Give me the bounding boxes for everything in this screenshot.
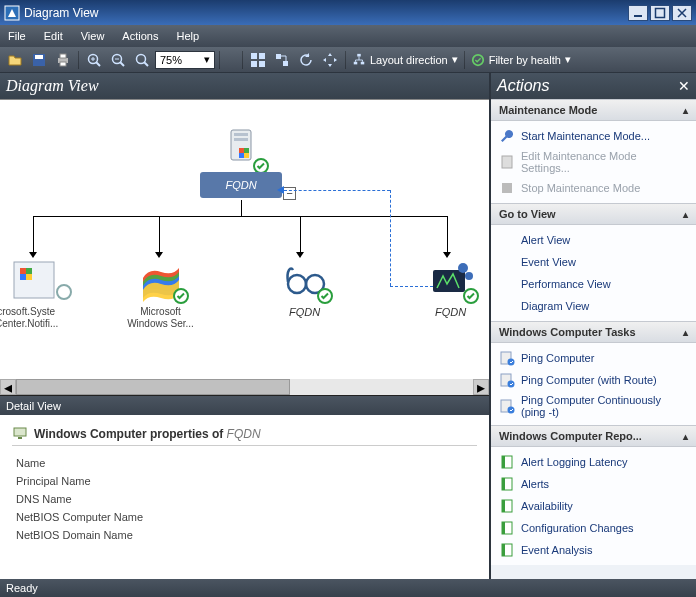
diagram-node-child-0-label: icrosoft.SysteCenter.Notifi... <box>0 306 80 330</box>
svg-rect-66 <box>502 500 505 512</box>
toolbar: 75%▾ Layout direction ▾ Filter by health… <box>0 47 696 73</box>
property-name: Name <box>12 454 477 472</box>
refresh-icon[interactable] <box>295 49 317 71</box>
scroll-track[interactable] <box>16 379 473 395</box>
svg-rect-18 <box>259 53 265 59</box>
action-item[interactable]: Alert View <box>491 229 696 251</box>
action-item[interactable]: Performance View <box>491 273 696 295</box>
task-icon <box>499 372 515 388</box>
action-item[interactable]: Ping Computer <box>491 347 696 369</box>
svg-point-48 <box>458 263 468 273</box>
action-label: Event View <box>521 256 576 268</box>
scroll-right-icon[interactable]: ▸ <box>473 379 489 395</box>
diagram-node-child-3[interactable]: FQDN <box>408 258 489 318</box>
action-item[interactable]: Diagram View <box>491 295 696 317</box>
section-header[interactable]: Windows Computer Repo...▴ <box>491 425 696 447</box>
print-icon[interactable] <box>52 49 74 71</box>
diagram-node-root[interactable]: FQDN − <box>200 128 282 198</box>
action-item[interactable]: Event View <box>491 251 696 273</box>
maximize-button[interactable] <box>650 5 670 21</box>
diagram-canvas[interactable]: FQDN − <box>0 99 489 379</box>
autolayout-icon[interactable] <box>247 49 269 71</box>
section-title: Windows Computer Repo... <box>499 430 642 442</box>
action-label: Alerts <box>521 478 549 490</box>
diagram-node-child-1[interactable]: MicrosoftWindows Ser... <box>118 258 203 330</box>
detail-view: Windows Computer properties of FQDN Name… <box>0 415 489 579</box>
scroll-left-icon[interactable]: ◂ <box>0 379 16 395</box>
collapse-icon: ▴ <box>683 431 688 442</box>
menu-file[interactable]: File <box>8 30 26 42</box>
diagram-node-child-0[interactable]: icrosoft.SysteCenter.Notifi... <box>0 258 80 330</box>
save-icon[interactable] <box>28 49 50 71</box>
svg-rect-64 <box>502 478 505 490</box>
diagram-node-child-2[interactable]: FQDN <box>262 258 347 318</box>
minimize-button[interactable] <box>628 5 648 21</box>
blank-icon <box>499 232 515 248</box>
glasses-icon <box>281 258 329 302</box>
menu-view[interactable]: View <box>81 30 105 42</box>
action-item[interactable]: Configuration Changes <box>491 517 696 539</box>
svg-rect-40 <box>20 274 26 280</box>
collapse-icon[interactable]: − <box>283 187 296 200</box>
menu-edit[interactable]: Edit <box>44 30 63 42</box>
windows-icon <box>137 258 185 302</box>
health-ok-icon <box>317 288 333 304</box>
svg-rect-21 <box>276 54 281 59</box>
action-item[interactable]: Availability <box>491 495 696 517</box>
actions-close-icon[interactable]: ✕ <box>678 78 690 94</box>
pan-icon[interactable] <box>319 49 341 71</box>
svg-line-9 <box>96 62 100 66</box>
wrench-icon <box>499 128 515 144</box>
action-item[interactable]: Ping Computer Continuously (ping -t) <box>491 391 696 421</box>
horizontal-scrollbar[interactable]: ◂ ▸ <box>0 379 489 395</box>
action-item[interactable]: Ping Computer (with Route) <box>491 369 696 391</box>
section-header[interactable]: Go to View▴ <box>491 203 696 225</box>
section-header[interactable]: Maintenance Mode▴ <box>491 99 696 121</box>
blank-icon <box>499 254 515 270</box>
action-item[interactable]: Start Maintenance Mode... <box>491 125 696 147</box>
server-icon <box>217 128 265 172</box>
zoom-in-icon[interactable] <box>83 49 105 71</box>
zoom-value: 75% <box>160 54 182 66</box>
diagram-node-child-2-label: FQDN <box>262 306 347 318</box>
open-icon[interactable] <box>4 49 26 71</box>
menu-bar: File Edit View Actions Help <box>0 25 696 47</box>
filter-by-health-label: Filter by health <box>489 54 561 66</box>
detail-view-header: Detail View <box>0 395 489 415</box>
zoom-out-icon[interactable] <box>107 49 129 71</box>
task-icon <box>499 350 515 366</box>
section-header[interactable]: Windows Computer Tasks▴ <box>491 321 696 343</box>
section-title: Maintenance Mode <box>499 104 597 116</box>
zoom-dropdown[interactable]: 75%▾ <box>155 51 215 69</box>
svg-point-49 <box>465 272 473 280</box>
collapse-icon: ▴ <box>683 209 688 220</box>
section-title: Windows Computer Tasks <box>499 326 636 338</box>
svg-rect-39 <box>26 268 32 274</box>
app-icon <box>4 5 20 21</box>
zoom-fit-icon[interactable] <box>131 49 153 71</box>
svg-rect-23 <box>357 53 361 56</box>
menu-actions[interactable]: Actions <box>122 30 158 42</box>
action-label: Ping Computer (with Route) <box>521 374 657 386</box>
property-list: Name Principal Name DNS Name NetBIOS Com… <box>12 454 477 544</box>
close-button[interactable] <box>672 5 692 21</box>
action-item[interactable]: Alerts <box>491 473 696 495</box>
scroll-thumb[interactable] <box>16 379 290 395</box>
svg-rect-4 <box>35 55 43 59</box>
layout-direction-dropdown[interactable]: Layout direction ▾ <box>352 53 458 67</box>
action-item[interactable]: Event Analysis <box>491 539 696 561</box>
relayout-icon[interactable] <box>271 49 293 71</box>
menu-help[interactable]: Help <box>176 30 199 42</box>
svg-rect-54 <box>502 183 512 193</box>
title-bar: Diagram View <box>0 0 696 25</box>
collapse-icon: ▴ <box>683 327 688 338</box>
svg-rect-68 <box>502 522 505 534</box>
property-principal-name: Principal Name <box>12 472 477 490</box>
svg-rect-51 <box>14 428 26 436</box>
action-item[interactable]: Alert Logging Latency <box>491 451 696 473</box>
detail-view-title: Windows Computer properties of FQDN <box>12 425 477 446</box>
filter-by-health-dropdown[interactable]: Filter by health ▾ <box>471 53 571 67</box>
svg-rect-1 <box>634 15 642 17</box>
diagram-view-header: Diagram View <box>0 73 489 99</box>
health-ok-icon <box>173 288 189 304</box>
